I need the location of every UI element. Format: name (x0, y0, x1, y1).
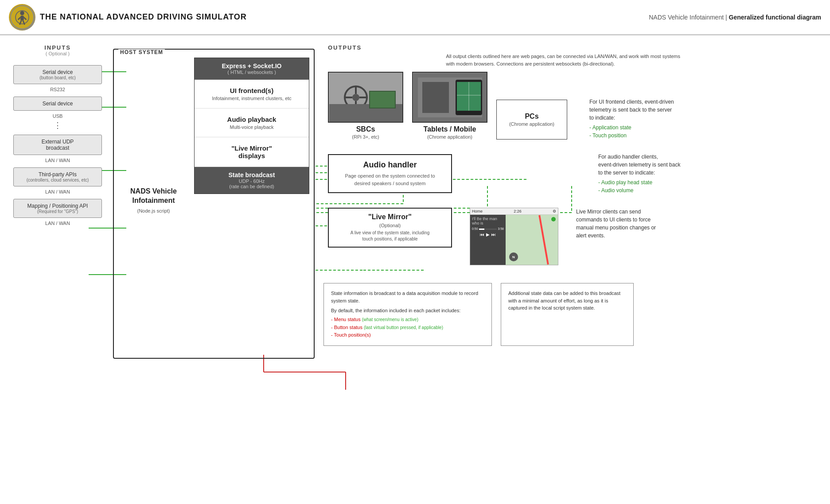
device-pcs: PCs (Chrome application) (496, 100, 567, 140)
svg-rect-3 (20, 16, 23, 20)
connector-label-3: LAN / WAN (13, 158, 102, 163)
live-mirror-optional: (Optional) (335, 223, 445, 228)
sb-item-3: - Touch position(s) (331, 331, 484, 339)
pc-label: PCs (525, 112, 538, 120)
live-mirror-annotation-text: Live Mirror clients can sendcommands to … (576, 208, 656, 240)
inputs-label: INPUTS ( Optional ) (13, 44, 102, 56)
lm-song-text: I'll Be the man who is (472, 217, 504, 225)
module-ui-title: UI frontend(s) (198, 87, 305, 94)
input-name-2: Serial device (18, 101, 97, 107)
input-third-party: Third-party APIs (controllers, cloud ser… (13, 167, 102, 186)
outputs-label: OUTPUTS (328, 44, 830, 51)
module-express-sub: ( HTML / websockets ) (198, 70, 305, 75)
audio-handler-box: Audio handler Page opened on the system … (328, 154, 452, 193)
device-sbcs-label: SBCs (328, 125, 403, 133)
module-ui-frontend: UI frontend(s) Infotainment, instrument … (195, 80, 309, 109)
nads-title: NADS VehicleInfotainment (130, 187, 177, 205)
input-name-3b: broadcast (18, 145, 97, 151)
device-tablets-label: Tablets / Mobile (412, 125, 487, 133)
input-serial-device-1: Serial device (button board, etc) (13, 65, 102, 84)
lm-time: 2:26 (514, 209, 522, 213)
ui-annotation-app-state: - Application state (589, 124, 674, 132)
module-express: Express + Socket.IO ( HTML / websockets … (195, 58, 309, 80)
connector-label-1: RS232 (13, 87, 102, 92)
tablet-image (412, 72, 487, 123)
state-broadcast-row: State information is broadcast to a data… (323, 283, 830, 346)
audio-annotation-playhead: - Audio play head state (598, 178, 680, 186)
device-tablets-sub: (Chrome application) (412, 134, 487, 140)
svg-point-32 (352, 94, 359, 101)
lm-map-panel: N (506, 215, 558, 265)
module-live-mirror: "Live Mirror"displays (195, 137, 309, 167)
svg-point-2 (20, 11, 24, 15)
lm-header: Home 2:26 ⚙ (470, 208, 558, 215)
sb-title: State information is broadcast to a data… (331, 290, 484, 304)
lm-time-start: 0:50 (472, 227, 478, 230)
module-state-sub2: (rate can be defined) (198, 184, 305, 189)
live-mirror-output-box: "Live Mirror" (Optional) A live view of … (328, 208, 452, 248)
module-state-sub1: UDP - 60Hz (198, 178, 305, 184)
pc-box: PCs (Chrome application) (496, 100, 567, 140)
sb-item-1-detail: (what screen/menu is active) (362, 317, 418, 322)
ui-annotation-touch-pos: - Touch position (589, 132, 674, 140)
module-audio-playback: Audio playback Multi-voice playback (195, 109, 309, 137)
input-mapping: Mapping / Positioning API (Required for … (13, 199, 102, 218)
input-udp: External UDP broadcast (13, 135, 102, 155)
lm-controls: ⏮ ▶ ⏭ (472, 232, 504, 237)
input-sub-4: (controllers, cloud services, etc) (18, 178, 97, 182)
state-broadcast-info: State information is broadcast to a data… (323, 283, 492, 346)
logo-text: The National Advanced Driving Simulator (40, 12, 247, 22)
nads-sub: (Node.js script) (137, 208, 170, 213)
header-subtitle: Generalized functional diagram (729, 14, 822, 21)
module-express-title: Express + Socket.IO (198, 62, 305, 70)
header-right: NADS Vehicle Infotainment | Generalized … (649, 14, 821, 21)
module-audio-title: Audio playback (198, 116, 305, 123)
audio-handler-sub: Page opened on the system connected tode… (336, 172, 444, 187)
module-mirror-title: "Live Mirror"displays (198, 144, 305, 159)
live-mirror-screenshot-wrapper: Home 2:26 ⚙ I'll Be the man who is 0:50 (470, 208, 558, 265)
additional-info: Additional state data can be added to th… (501, 283, 634, 346)
lm-progress-bar: 0:50 3:58 (472, 227, 504, 230)
sb-default-intro: By default, the information included in … (331, 308, 484, 313)
connector-label-4: LAN / WAN (13, 189, 102, 194)
input-sub-5: (Required for "GPS") (18, 209, 97, 214)
ui-annotation-intro: For UI frontend clients, event-driventel… (589, 98, 674, 122)
live-mirror-annotation: Live Mirror clients can sendcommands to … (576, 208, 656, 240)
header-title: NADS Vehicle Infotainment (649, 14, 724, 21)
header: The National Advanced Driving Simulator … (0, 0, 830, 35)
live-mirror-sub: A live view of the system state, includi… (335, 230, 445, 242)
input-name-1: Serial device (18, 69, 97, 75)
sb-item-1: - Menu status (what screen/menu is activ… (331, 316, 484, 324)
car-image (328, 72, 403, 123)
device-sbcs: SBCs (RPi 3+, etc) (328, 72, 403, 140)
outputs-column: OUTPUTS All output clients outlined here… (328, 44, 830, 346)
outputs-description: All output clients outlined here are web… (446, 53, 712, 67)
nads-logo (9, 4, 35, 31)
module-ui-sub: Infotainment, instrument clusters, etc (198, 96, 305, 101)
sb-item-2: - Button status (last virtual button pre… (331, 324, 484, 332)
input-sub-1: (button board, etc) (18, 75, 97, 80)
lm-body: I'll Be the man who is 0:50 3:58 ⏮ ▶ (470, 215, 558, 265)
audio-annotation-volume: - Audio volume (598, 186, 680, 194)
live-mirror-screenshot: Home 2:26 ⚙ I'll Be the man who is 0:50 (470, 208, 558, 265)
lm-marker (551, 217, 556, 221)
dots-separator: ⋮ (13, 120, 102, 130)
module-state-broadcast: State broadcast UDP - 60Hz (rate can be … (195, 167, 309, 194)
lm-media-panel: I'll Be the man who is 0:50 3:58 ⏮ ▶ (470, 215, 506, 265)
logo-area: The National Advanced Driving Simulator (9, 4, 247, 31)
ui-clients-annotation: For UI frontend clients, event-driventel… (589, 98, 674, 140)
lm-play-icon: ▶ (486, 232, 490, 237)
lm-compass: N (509, 252, 518, 261)
input-name-5: Mapping / Positioning API (18, 203, 97, 209)
lm-next-icon: ⏭ (491, 232, 496, 237)
module-state-title: State broadcast (198, 171, 305, 178)
device-sbcs-sub: (RPi 3+, etc) (328, 134, 403, 140)
sb-item-2-label: - Button status (331, 325, 362, 330)
lm-prev-icon: ⏮ (480, 232, 484, 237)
lm-time-end: 3:58 (498, 227, 504, 230)
host-system-label: HOST SYSTEM (118, 49, 165, 55)
device-tablets: Tablets / Mobile (Chrome application) (412, 72, 487, 140)
audio-handler-title: Audio handler (336, 160, 444, 170)
sb-item-3-label: - Touch position(s) (331, 332, 371, 337)
module-audio-sub: Multi-voice playback (198, 124, 305, 130)
